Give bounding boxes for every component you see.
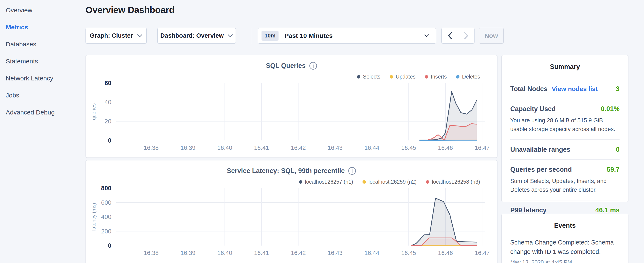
svg-text:40: 40 xyxy=(104,99,112,106)
summary-title: Summary xyxy=(510,63,620,71)
legend-dot-icon xyxy=(299,180,302,184)
time-window-badge: 10m xyxy=(262,31,278,41)
svg-text:queries: queries xyxy=(91,103,96,120)
summary-row-value: 3 xyxy=(616,85,620,93)
legend-item[interactable]: localhost:26257 (n1) xyxy=(299,179,353,185)
svg-text:16:47: 16:47 xyxy=(475,249,490,256)
svg-text:16:40: 16:40 xyxy=(217,249,232,256)
summary-row-label: P99 latency xyxy=(510,206,546,214)
info-icon[interactable] xyxy=(309,62,317,70)
events-panel: Events Schema Change Completed: Schema c… xyxy=(501,214,628,263)
svg-text:200: 200 xyxy=(101,228,112,235)
svg-text:16:40: 16:40 xyxy=(217,144,232,151)
chart-legend: SelectsUpdatesInsertsDeletes xyxy=(357,74,480,80)
chevron-right-icon xyxy=(464,32,468,39)
sidebar-item-statements[interactable]: Statements xyxy=(0,53,86,70)
sidebar-item-databases[interactable]: Databases xyxy=(0,36,86,53)
legend-dot-icon xyxy=(357,75,360,79)
legend-item[interactable]: Selects xyxy=(357,74,380,80)
sidebar-item-jobs[interactable]: Jobs xyxy=(0,87,86,104)
chart-title: Service Latency: SQL, 99th percentile xyxy=(227,167,345,175)
page-title: Overview Dashboard xyxy=(86,5,174,15)
sql-queries-chart-card: 16:3816:3916:4016:4116:4216:4316:4416:45… xyxy=(86,55,498,158)
chart-title: SQL Queries xyxy=(266,62,306,70)
sidebar-item-advanced-debug[interactable]: Advanced Debug xyxy=(0,104,86,121)
summary-row-value: 59.7 xyxy=(607,166,620,173)
summary-row: Queries per second59.7Sum of Selects, Up… xyxy=(510,160,620,200)
summary-row: Unavailable ranges0 xyxy=(510,140,620,160)
graph-dropdown-label: Graph: Cluster xyxy=(90,32,133,39)
legend-label: Deletes xyxy=(462,74,480,80)
svg-text:16:47: 16:47 xyxy=(475,144,490,151)
sidebar-item-metrics[interactable]: Metrics xyxy=(0,19,86,36)
svg-text:16:38: 16:38 xyxy=(144,144,158,151)
legend-dot-icon xyxy=(426,180,429,184)
svg-text:16:41: 16:41 xyxy=(254,144,269,151)
sql-queries-chart[interactable]: 16:3816:3916:4016:4116:4216:4316:4416:45… xyxy=(86,55,498,158)
sidebar-item-overview[interactable]: Overview xyxy=(0,2,86,19)
svg-text:0: 0 xyxy=(108,137,112,144)
legend-dot-icon xyxy=(362,180,366,184)
summary-row-value: 0 xyxy=(616,146,620,153)
svg-text:800: 800 xyxy=(101,185,112,191)
legend-label: Selects xyxy=(363,74,380,80)
svg-text:16:42: 16:42 xyxy=(291,144,306,151)
sidebar-item-network-latency[interactable]: Network Latency xyxy=(0,70,86,87)
legend-dot-icon xyxy=(425,75,428,79)
svg-text:16:43: 16:43 xyxy=(328,144,342,151)
info-icon[interactable] xyxy=(348,167,356,175)
summary-row-description: Sum of Selects, Updates, Inserts, and De… xyxy=(510,177,620,194)
summary-row-label: Capacity Used xyxy=(510,105,556,113)
view-nodes-list-link[interactable]: View nodes list xyxy=(552,85,598,93)
summary-row-value: 46.1 ms xyxy=(595,206,620,214)
svg-text:60: 60 xyxy=(104,80,112,86)
svg-text:16:45: 16:45 xyxy=(401,144,416,151)
dashboard-dropdown[interactable]: Dashboard: Overview xyxy=(157,28,236,44)
legend-label: Inserts xyxy=(431,74,447,80)
legend-item[interactable]: Updates xyxy=(390,74,416,80)
svg-text:16:38: 16:38 xyxy=(144,249,158,256)
svg-text:0: 0 xyxy=(108,242,112,249)
events-title: Events xyxy=(510,222,620,229)
chevron-down-icon xyxy=(137,34,142,38)
toolbar-divider xyxy=(252,28,252,44)
event-item[interactable]: Schema Change Completed: Schema change w… xyxy=(510,238,620,263)
service-latency-chart-card: 16:3816:3916:4016:4116:4216:4316:4416:45… xyxy=(86,160,498,263)
sidebar: OverviewMetricsDatabasesStatementsNetwor… xyxy=(0,0,86,263)
next-time-button[interactable] xyxy=(458,28,474,43)
svg-text:16:46: 16:46 xyxy=(438,144,453,151)
summary-row-label: Total Nodes xyxy=(510,85,548,93)
legend-item[interactable]: localhost:26259 (n2) xyxy=(362,179,417,185)
previous-time-button[interactable] xyxy=(442,28,458,43)
legend-item[interactable]: Inserts xyxy=(425,74,447,80)
summary-row-label: Unavailable ranges xyxy=(510,146,570,153)
svg-text:16:41: 16:41 xyxy=(254,249,269,256)
time-step-buttons xyxy=(442,28,474,44)
now-button[interactable]: Now xyxy=(479,28,504,44)
service-latency-chart[interactable]: 16:3816:3916:4016:4116:4216:4316:4416:45… xyxy=(86,160,498,263)
time-range-label: Past 10 Minutes xyxy=(284,32,424,39)
legend-label: localhost:26257 (n1) xyxy=(305,179,353,185)
legend-item[interactable]: Deletes xyxy=(456,74,480,80)
event-message: Schema Change Completed: Schema change w… xyxy=(510,238,620,256)
event-timestamp: May 13, 2020 at 4:45 PM xyxy=(510,259,620,263)
legend-item[interactable]: localhost:26258 (n3) xyxy=(426,179,480,185)
graph-dropdown[interactable]: Graph: Cluster xyxy=(86,28,147,44)
svg-text:16:43: 16:43 xyxy=(328,249,342,256)
dashboard-dropdown-label: Dashboard: Overview xyxy=(160,32,224,39)
chevron-left-icon xyxy=(448,32,452,39)
svg-text:16:44: 16:44 xyxy=(364,144,379,151)
chevron-down-icon xyxy=(228,34,233,38)
legend-dot-icon xyxy=(390,75,393,79)
svg-text:16:39: 16:39 xyxy=(180,144,196,151)
time-range-dropdown[interactable]: 10m Past 10 Minutes xyxy=(258,28,436,44)
legend-dot-icon xyxy=(456,75,460,79)
svg-text:16:45: 16:45 xyxy=(401,249,416,256)
svg-text:16:39: 16:39 xyxy=(180,249,196,256)
legend-label: localhost:26259 (n2) xyxy=(368,179,417,185)
summary-row: Total NodesView nodes list3 xyxy=(510,79,620,99)
svg-text:16:46: 16:46 xyxy=(438,249,453,256)
summary-row-value: 0.01% xyxy=(601,105,620,113)
svg-text:16:42: 16:42 xyxy=(291,249,306,256)
summary-row-description: You are using 28.6 MiB of 515.9 GiB usab… xyxy=(510,116,620,133)
